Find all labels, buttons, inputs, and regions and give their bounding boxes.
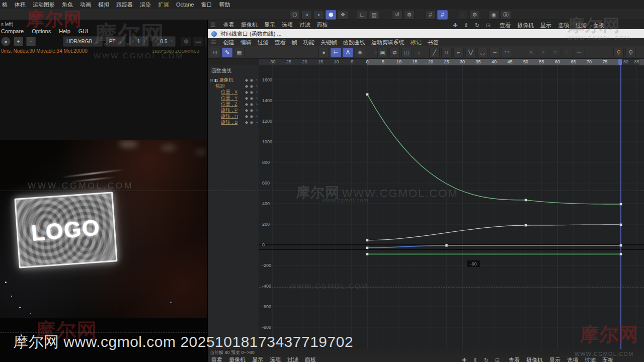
main-menu-item-9[interactable]: 扩展: [158, 1, 169, 9]
spline-interp-icon[interactable]: ⌐: [453, 48, 464, 57]
snap-icon[interactable]: #: [437, 10, 448, 20]
gear-axis-icon[interactable]: ⚙: [404, 10, 415, 20]
record-key-icon[interactable]: ⚲: [613, 48, 624, 57]
main-menu-item-3[interactable]: 运动图形: [33, 1, 55, 9]
keyframe-position-curve[interactable]: [620, 223, 622, 226]
record-button[interactable]: ●: [1, 37, 11, 46]
linear-interp-icon[interactable]: ╱: [429, 48, 440, 57]
eye-icon[interactable]: ◉: [249, 114, 254, 119]
eye-icon[interactable]: ◉: [249, 78, 254, 82]
track-row-1[interactable]: ⊟◧摄像机◆◉◔: [208, 77, 259, 83]
viewport-menu-item-1[interactable]: 查看: [509, 356, 520, 362]
clock-icon[interactable]: ◔: [254, 96, 259, 101]
frame-selection-icon[interactable]: ⧉: [389, 48, 400, 57]
track-row-8[interactable]: 旋转 . B◆◉◔: [208, 119, 259, 125]
workplane-icon[interactable]: ▤: [369, 10, 379, 20]
clock-icon[interactable]: ◔: [254, 90, 259, 95]
timeline-menu-item-10[interactable]: 标记: [411, 39, 422, 46]
ratio-stepper[interactable]: ‹ 0.5 ›: [152, 36, 176, 47]
key-state-icon[interactable]: ◆: [244, 120, 249, 125]
viewport-menu-item-6[interactable]: 面板: [317, 21, 328, 29]
keyframe-focal-length-curve[interactable]: [525, 199, 527, 201]
timeline-menu-item-11[interactable]: 书签: [428, 39, 439, 46]
timeline-menu-item-1[interactable]: 创建: [223, 39, 234, 46]
track-row-2[interactable]: 焦距◆◉◔: [208, 83, 259, 89]
zoom-icon[interactable]: ⇕: [470, 356, 480, 362]
main-menu-item-1[interactable]: 格: [2, 1, 8, 9]
timeline-menu-item-7[interactable]: 关键帧: [320, 39, 337, 46]
track-row-7[interactable]: 旋转 . H◆◉◔: [208, 113, 259, 119]
viewport-menu-item-4[interactable]: 选项: [558, 22, 569, 29]
kernel-dropdown[interactable]: PT ⌄: [106, 36, 126, 47]
track-row-5[interactable]: 位置 . Z◆◉◔: [208, 101, 259, 107]
hamburger-icon[interactable]: ☰: [211, 39, 216, 46]
timeline-menu-item-8[interactable]: 函数曲线: [343, 39, 365, 46]
timeline-menu-item-9[interactable]: 运动剪辑系统: [371, 39, 405, 46]
main-menu-item-5[interactable]: 动画: [80, 1, 91, 9]
eye-icon[interactable]: ◉: [249, 96, 254, 101]
add-button[interactable]: +: [14, 37, 23, 46]
keyframe-position-curve[interactable]: [525, 224, 527, 227]
frame-all-icon[interactable]: ▣: [377, 48, 388, 57]
maximize-icon[interactable]: ⊡: [484, 21, 493, 30]
main-menu-item-2[interactable]: 体积: [15, 1, 26, 9]
pan-icon[interactable]: ✚: [459, 356, 469, 362]
main-menu-item-8[interactable]: 渲染: [140, 1, 151, 9]
viewport-menu-item-4[interactable]: 选项: [270, 356, 281, 362]
frame-ruler[interactable]: -30-25-20-15-10-505101520253035404550556…: [259, 59, 644, 65]
main-menu-item-6[interactable]: 模拟: [98, 1, 109, 9]
flatten-icon[interactable]: ⊷: [574, 48, 585, 57]
axis-icon[interactable]: ∟: [357, 10, 367, 20]
tool-a-icon[interactable]: ⚹: [414, 48, 424, 57]
polygon-mode-icon[interactable]: ◖: [313, 10, 324, 20]
key-state-icon[interactable]: ◆: [244, 102, 249, 107]
key-state-icon[interactable]: ◆: [244, 96, 249, 101]
region-button[interactable]: ▫: [26, 37, 36, 46]
viewport-menu-item-2[interactable]: 摄像机: [229, 356, 246, 362]
viewport-menu-item-3[interactable]: 显示: [549, 356, 560, 362]
viewport-menu-item-2[interactable]: 摄像机: [517, 22, 534, 29]
key-state-icon[interactable]: ◆: [244, 84, 249, 88]
auto-key-icon[interactable]: Ⓐ: [501, 10, 511, 20]
ease-ease-icon[interactable]: ⋁: [465, 48, 476, 57]
spline-view-icon[interactable]: ●: [318, 48, 329, 57]
timeline-menu-item-2[interactable]: 编辑: [240, 39, 252, 46]
chevron-right-icon[interactable]: ›: [144, 39, 145, 44]
main-menu-item-10[interactable]: Octane: [176, 2, 194, 8]
eye-icon[interactable]: ◉: [249, 84, 254, 88]
chevron-left-icon[interactable]: ‹: [155, 39, 157, 44]
keyframe-rotation-green-curve[interactable]: [366, 253, 369, 255]
track-row-6[interactable]: 旋转 . P◆◉◔: [208, 107, 259, 113]
clock-icon[interactable]: ◔: [254, 84, 259, 88]
viewport-menu-item-3[interactable]: 显示: [264, 21, 275, 29]
colorspace-dropdown[interactable]: HDR/sRGB ⌄: [63, 36, 103, 47]
viewport-menu-item-1[interactable]: 查看: [500, 22, 511, 29]
grid-icon[interactable]: #: [425, 10, 436, 20]
viewport-menu-item-4[interactable]: 选项: [282, 21, 293, 29]
viewport-menu-item-3[interactable]: 显示: [252, 356, 263, 362]
hierarchy-icon[interactable]: ⊢: [331, 48, 341, 57]
samples-stepper[interactable]: ‹ 1 ›: [129, 36, 149, 47]
track-row-4[interactable]: 位置 . Y◆◉◔: [208, 95, 259, 101]
viewport-menu-item-1[interactable]: 查看: [211, 356, 222, 362]
step-interp-icon[interactable]: ⊓: [441, 48, 452, 57]
keyframe-rotation-blue-curve[interactable]: [366, 246, 369, 249]
chevron-right-icon[interactable]: ›: [171, 39, 172, 44]
viewport-menu-item-5[interactable]: 过滤: [576, 22, 587, 29]
eye-icon[interactable]: ◉: [249, 120, 254, 125]
key-state-icon[interactable]: ◆: [244, 108, 249, 113]
automatic-mode-icon[interactable]: A: [343, 48, 353, 57]
ease-curve-icon[interactable]: ◠: [502, 48, 512, 57]
eye-icon[interactable]: ◉: [249, 102, 254, 107]
main-menu-item-7[interactable]: 跟踪器: [116, 1, 133, 9]
clock-icon[interactable]: ◔: [254, 102, 259, 107]
keyframe-rotation-blue-curve[interactable]: [445, 244, 448, 247]
viewport-menu-item-1[interactable]: 查看: [223, 21, 234, 29]
model-mode-icon[interactable]: ⬢: [326, 10, 336, 20]
zoom-icon[interactable]: ⇕: [461, 21, 471, 30]
texture-mode-icon[interactable]: ❖: [338, 10, 348, 20]
keyframe-rotation-blue-curve[interactable]: [620, 244, 622, 247]
render-menu-item-3[interactable]: Help: [59, 28, 70, 34]
viewport-menu-item-5[interactable]: 过滤: [585, 356, 596, 362]
ease-in-icon[interactable]: ◡: [477, 48, 488, 57]
